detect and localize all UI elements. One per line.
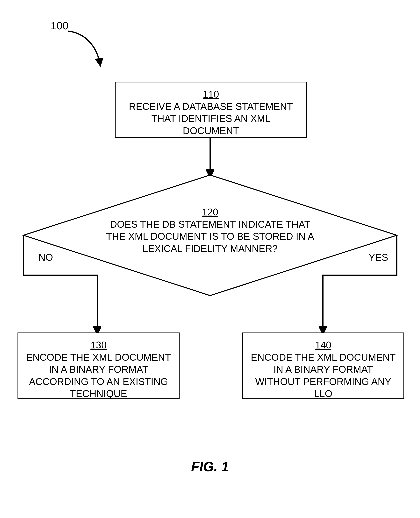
figure-caption: FIG. 1 — [0, 459, 420, 474]
node-120-number: 120 — [101, 206, 319, 218]
node-120-text: DOES THE DB STATEMENT INDICATE THAT THE … — [101, 218, 319, 255]
node-140-number: 140 — [251, 339, 396, 351]
process-box-140: 140 ENCODE THE XML DOCUMENT IN A BINARY … — [242, 333, 404, 399]
flowchart-canvas: 100 110 RECEIVE A DATABASE STATEMENT THA… — [0, 0, 420, 518]
node-130-text: ENCODE THE XML DOCUMENT IN A BINARY FORM… — [26, 351, 171, 400]
process-box-130: 130 ENCODE THE XML DOCUMENT IN A BINARY … — [17, 333, 180, 399]
node-110-text: RECEIVE A DATABASE STATEMENT THAT IDENTI… — [123, 101, 298, 137]
arrow-110-to-120 — [206, 137, 214, 178]
arrow-yes-path — [319, 234, 401, 333]
figure-ref-number: 100 — [51, 19, 68, 32]
process-box-110: 110 RECEIVE A DATABASE STATEMENT THAT ID… — [115, 82, 307, 138]
node-110-number: 110 — [123, 88, 298, 101]
decision-120-content: 120 DOES THE DB STATEMENT INDICATE THAT … — [101, 206, 319, 255]
node-130-number: 130 — [26, 339, 171, 351]
node-140-text: ENCODE THE XML DOCUMENT IN A BINARY FORM… — [251, 351, 396, 400]
arrow-no-path — [19, 234, 101, 333]
